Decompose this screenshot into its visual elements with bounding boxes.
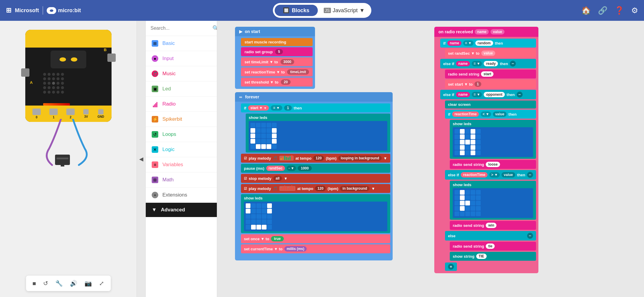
led-grid-4 [453,188,533,218]
show-leds-block-4[interactable]: show leds [450,181,536,220]
set-timelimit-label: set timeLimit ▼ to [245,60,278,64]
set-once-block[interactable]: set once ▼ to true [241,234,390,243]
threshold-value: 20 [281,79,291,85]
set-timelimit-block[interactable]: set timeLimit ▼ to 3000 [241,57,313,66]
minus-btn-4[interactable]: − [527,233,533,239]
loose-pill: loose [486,162,500,167]
sidebar-item-variables[interactable]: ≡ Variables [146,157,217,172]
plus-btn-block[interactable]: + [445,263,457,271]
sidebar-item-advanced[interactable]: ▼ Advanced [146,203,217,217]
blocks-tab[interactable]: 🔲 Blocks [275,5,318,16]
stop-melody-dropdown-icon: ▼ [284,176,288,181]
logic-icon: ✕ [152,146,158,153]
radio-send-loose-block[interactable]: radio send string loose [450,160,536,169]
bpm-label-2: (bpm) [328,186,338,191]
sidebar-item-radio[interactable]: Radio [146,97,217,112]
if-reactiontime-lt[interactable]: if reactionTime < ▼ value then [445,110,536,119]
sidebar-item-extensions[interactable]: + Extensions [146,188,217,203]
then-label-1: then [294,106,302,110]
sidebar-item-spikerbit[interactable]: ⚡ Spikerbit [146,112,217,127]
home-icon[interactable]: 🏠 [581,6,591,15]
radio-send-win-block[interactable]: radio send string win [450,221,536,230]
label-b: B [104,48,106,52]
eq-pill-2: = ▼ [463,40,473,46]
refresh-button[interactable]: ↺ [42,279,49,288]
if-label-2: if [443,41,446,45]
checkbox-icon-3: ☑ [244,187,247,191]
start-muscle-recording-block[interactable]: start muscle recording [241,38,313,46]
melody2-dropdown-icon: ▼ [371,186,375,191]
fullscreen-button[interactable]: ⤢ [98,279,105,288]
show-string-tie-block[interactable]: show string TIE [450,252,536,261]
button-b[interactable] [107,54,116,62]
sidebar-collapse-btn[interactable]: ◀ [137,21,146,297]
minus-btn-3[interactable]: − [527,172,533,178]
screenshot-button[interactable]: 📷 [83,279,93,288]
else-if-opponent[interactable]: else if name = ▼ opponent then − [440,90,536,99]
share-icon[interactable]: 🔗 [598,6,607,15]
show-leds-block-3[interactable]: show leds [450,120,536,159]
sidebar-item-math[interactable]: ⊞ Math [146,172,217,188]
music-label: Music [162,71,176,77]
debug-button[interactable]: 🔧 [54,279,64,288]
stop-button[interactable]: ■ [31,279,37,288]
play-melody-block-1[interactable]: ☑ play melody 🎵 at tempo [241,154,390,163]
play-melody-block-2[interactable]: ☑ play melody 🎵 a [241,184,390,193]
sidebar-item-logic[interactable]: ✕ Logic [146,142,217,157]
sound-button[interactable]: 🔊 [69,279,79,288]
javascript-tab[interactable]: JS JavaScript ▼ [319,5,369,16]
set-randsec-block[interactable]: set randSec ▼ to value [445,49,536,58]
radio-send-tie-block[interactable]: radio send string tie [450,242,536,251]
sidebar-item-loops[interactable]: ↺ Loops [146,127,217,142]
on-start-header[interactable]: ▶ on start [235,27,315,36]
name-pill-4: name [456,92,470,97]
minus-btn-2[interactable]: − [517,92,523,98]
minus-btn-1[interactable]: − [510,61,516,67]
set-currenttime-block[interactable]: set currentTime ▼ to millis (ms) [241,244,390,253]
search-icon[interactable]: 🔍 [212,25,217,32]
if-start-block[interactable]: if start ▼ ▼ = ▼ 1 then [241,103,390,112]
else-if-ready[interactable]: else if name = ▼ ready then − [440,59,536,68]
help-icon[interactable]: ❓ [615,6,624,15]
forever-header[interactable]: ∞ forever [235,92,393,102]
settings-icon[interactable]: ⚙ [631,6,638,15]
microbit-device: A B [25,30,112,122]
play-melody-label-1: play melody [249,156,271,161]
looping-bg-label: looping in background [338,155,381,161]
set-reactiontime-block[interactable]: set reactionTime ▼ to timeLimit [241,67,313,76]
if-name-random[interactable]: if name = ▼ random then [440,39,536,48]
radio-send-start-block[interactable]: radio send string start [445,70,536,78]
canvas-area[interactable]: ▶ on start start muscle recording radio … [217,21,644,297]
win-pill: win [486,223,496,228]
show-leds-block-2[interactable]: show leds [241,194,390,233]
led-grid-3 [453,127,533,157]
clear-screen-block[interactable]: clear screen [445,100,536,109]
sidebar-item-input[interactable]: ● Input [146,51,217,66]
else-block[interactable]: else − [445,231,536,241]
melody-bars [279,156,294,161]
on-start-label: on start [245,29,260,34]
button-a[interactable] [21,68,29,77]
sidebar-item-basic[interactable]: ⊞ Basic [146,36,217,51]
show-leds-block-1[interactable]: show leds [246,114,390,153]
spikerbit-icon: ⚡ [152,116,158,122]
sidebar-item-led[interactable]: ▣ Led [146,81,217,97]
search-input[interactable] [151,26,210,31]
eye-right [71,57,77,62]
radio-received-header[interactable]: on radio received name value [434,27,538,37]
radio-label: Radio [162,101,176,107]
sidebar-item-music[interactable]: 🎵 Music [146,66,217,81]
stop-melody-block[interactable]: ☑ stop melody all ▼ [241,174,390,183]
start-str-pill: start [481,71,493,77]
windows-icon: ⊞ [6,7,11,14]
set-start-block[interactable]: set start ▼ to 1 [445,80,536,89]
random-pill: random [475,40,493,46]
gt-pill: > ▼ [489,172,499,177]
pin-hole-gnd [98,109,104,114]
one-pill-2: 1 [474,81,481,87]
radio-set-group-block[interactable]: radio set group 5 [241,47,313,56]
pause-block[interactable]: pause (ms) randSec - ▼ 1000 [241,164,390,173]
set-threshold-block[interactable]: set threshold ▼ to 20 [241,78,313,87]
else-if-reactiontime-gt[interactable]: else if reactionTime > ▼ value then − [445,170,536,180]
on-start-body: start muscle recording radio set group 5… [235,36,315,89]
